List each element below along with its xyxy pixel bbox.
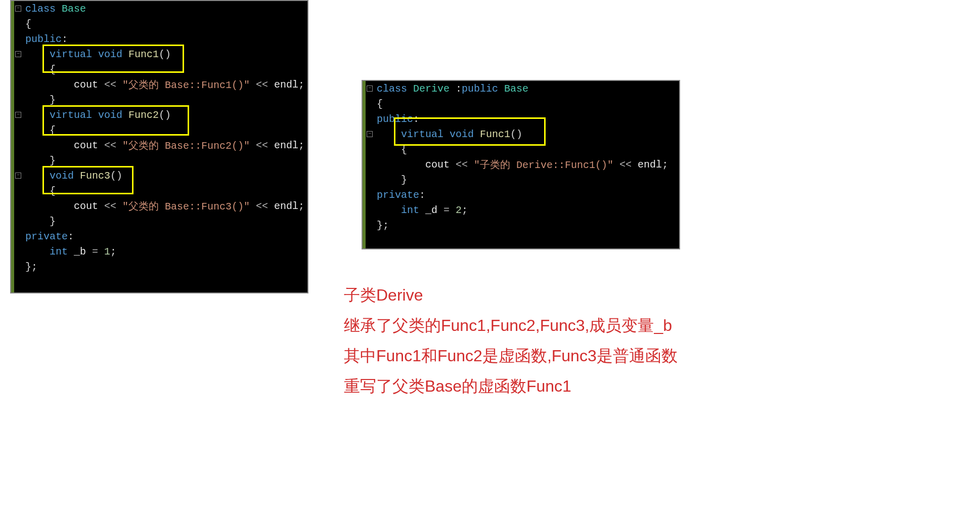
keyword-private: private bbox=[25, 231, 68, 242]
type-name: Derive bbox=[413, 83, 456, 95]
semicolon: ; bbox=[110, 246, 116, 258]
colon: : bbox=[419, 189, 425, 201]
fold-minus-icon[interactable]: − bbox=[367, 131, 373, 137]
indent bbox=[25, 185, 50, 197]
ident-endl: endl bbox=[638, 159, 662, 171]
ident-cout: cout bbox=[425, 159, 456, 171]
code-line: public: bbox=[11, 31, 307, 47]
type-name: Base bbox=[504, 83, 528, 95]
op-assign: = bbox=[92, 246, 104, 258]
fold-minus-icon[interactable]: − bbox=[15, 173, 21, 179]
var-name: _d bbox=[425, 204, 443, 216]
code-line: { bbox=[363, 142, 679, 157]
var-name: _b bbox=[74, 246, 92, 258]
indent bbox=[377, 159, 425, 171]
indent bbox=[377, 129, 401, 140]
code-line: }; bbox=[363, 218, 679, 233]
fold-minus-icon[interactable]: − bbox=[15, 51, 21, 57]
code-line: { bbox=[363, 96, 679, 111]
brace-close: } bbox=[50, 94, 56, 106]
op-insert: << bbox=[104, 140, 122, 151]
op-insert: << bbox=[104, 200, 122, 212]
code-line: private: bbox=[363, 187, 679, 202]
keyword-class: class bbox=[25, 3, 62, 15]
semicolon: ; bbox=[662, 159, 668, 171]
fold-minus-icon[interactable]: − bbox=[15, 112, 21, 118]
indent bbox=[25, 216, 50, 227]
number-literal: 2 bbox=[456, 204, 462, 216]
brace-close: }; bbox=[25, 261, 37, 273]
code-line: int _d = 2; bbox=[363, 202, 679, 218]
paren: () bbox=[159, 109, 171, 121]
indent bbox=[377, 144, 401, 155]
semicolon: ; bbox=[298, 79, 304, 91]
string-literal: "父类的 Base::Func2()" bbox=[122, 139, 250, 152]
code-line: } bbox=[11, 214, 307, 229]
ident-endl: endl bbox=[274, 200, 298, 212]
code-line: public: bbox=[363, 111, 679, 126]
brace-open: { bbox=[50, 124, 56, 136]
code-line: − class Base bbox=[11, 1, 307, 16]
indent bbox=[25, 200, 74, 212]
indent bbox=[25, 49, 50, 60]
keyword-void: void bbox=[50, 170, 80, 182]
brace-open: { bbox=[50, 64, 56, 75]
code-line: } bbox=[11, 153, 307, 168]
paren: () bbox=[510, 129, 522, 140]
indent bbox=[25, 155, 50, 166]
ident-cout: cout bbox=[74, 79, 104, 91]
code-line: − virtual void Func1() bbox=[363, 126, 679, 142]
code-line: { bbox=[11, 122, 307, 138]
annotation-line-4: 重写了父类Base的虚函数Func1 bbox=[344, 372, 571, 401]
paren: () bbox=[159, 49, 171, 60]
code-line: { bbox=[11, 183, 307, 198]
indent bbox=[25, 94, 50, 106]
string-literal: "子类的 Derive::Func1()" bbox=[474, 158, 613, 172]
op-insert: << bbox=[250, 140, 274, 151]
string-literal: "父类的 Base::Func3()" bbox=[122, 199, 250, 213]
op-insert: << bbox=[250, 200, 274, 212]
colon: : bbox=[456, 83, 462, 95]
indent bbox=[25, 64, 50, 75]
string-literal: "父类的 Base::Func1()" bbox=[122, 78, 250, 92]
ident-endl: endl bbox=[274, 79, 298, 91]
indent bbox=[377, 204, 401, 216]
code-line: cout << "父类的 Base::Func1()" << endl; bbox=[11, 77, 307, 92]
brace-close: }; bbox=[377, 220, 389, 231]
colon: : bbox=[68, 231, 74, 242]
indent bbox=[25, 170, 50, 182]
colon: : bbox=[413, 113, 419, 125]
fold-minus-icon[interactable]: − bbox=[367, 86, 373, 92]
ident-cout: cout bbox=[74, 200, 104, 212]
annotation-line-2: 继承了父类的Func1,Func2,Func3,成员变量_b bbox=[344, 311, 672, 341]
code-line: { bbox=[11, 16, 307, 31]
annotation-line-3: 其中Func1和Func2是虚函数,Func3是普通函数 bbox=[344, 342, 678, 371]
code-line: cout << "子类的 Derive::Func1()" << endl; bbox=[363, 157, 679, 172]
keyword-int: int bbox=[50, 246, 74, 258]
ident-endl: endl bbox=[274, 140, 298, 151]
code-line: } bbox=[363, 172, 679, 187]
op-assign: = bbox=[443, 204, 456, 216]
fold-minus-icon[interactable]: − bbox=[15, 6, 21, 12]
keyword-virtual-void: virtual void bbox=[401, 129, 480, 140]
op-insert: << bbox=[250, 79, 274, 91]
keyword-class: class bbox=[377, 83, 413, 95]
paren: () bbox=[110, 170, 122, 182]
keyword-public: public bbox=[377, 113, 413, 125]
colon: : bbox=[62, 33, 68, 45]
op-insert: << bbox=[613, 159, 638, 171]
code-panel-derive: − class Derive :public Base { public: − … bbox=[362, 80, 680, 249]
keyword-public: public bbox=[462, 83, 504, 95]
indent bbox=[25, 79, 74, 91]
indent bbox=[25, 124, 50, 136]
func-name: Func1 bbox=[128, 49, 159, 60]
code-line: − class Derive :public Base bbox=[363, 81, 679, 96]
keyword-virtual-void: virtual void bbox=[50, 109, 128, 121]
brace-close: } bbox=[50, 216, 56, 227]
brace-open: { bbox=[401, 144, 407, 155]
code-line: }; bbox=[11, 259, 307, 274]
op-insert: << bbox=[104, 79, 122, 91]
indent bbox=[377, 174, 401, 186]
code-line: − virtual void Func1() bbox=[11, 47, 307, 62]
keyword-public: public bbox=[25, 33, 62, 45]
